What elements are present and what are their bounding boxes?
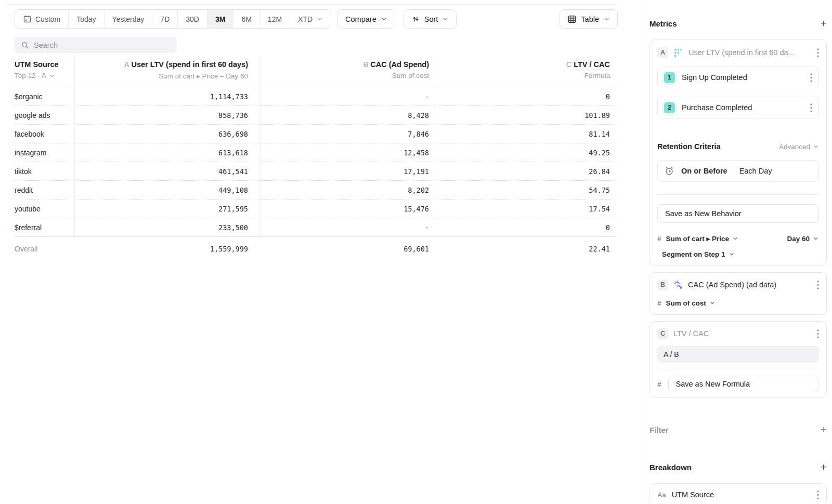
table-row[interactable]: tiktok 461,541 17,191 26.84: [15, 162, 616, 181]
aggregation-label: Sum of cart ▸ Price: [666, 234, 730, 243]
save-as-new-behavior-button[interactable]: Save as New Behavior: [657, 204, 819, 223]
metric-badge-c: C: [657, 328, 668, 339]
funnel-step-1[interactable]: 1 Sign Up Completed: [657, 67, 819, 88]
alarm-clock-icon: [664, 166, 674, 176]
add-filter-button[interactable]: +: [821, 425, 827, 435]
column-subtitle: Sum of cost: [392, 72, 429, 79]
cell-value-a: 613,618: [218, 149, 248, 157]
kebab-menu-icon[interactable]: [817, 281, 819, 289]
cell-value-c: 49.25: [589, 149, 610, 157]
save-as-new-formula-button[interactable]: Save as New Formula: [668, 376, 819, 392]
kebab-menu-icon[interactable]: [817, 48, 819, 57]
retention-window-label[interactable]: Each Day: [739, 167, 772, 175]
table-row[interactable]: youtube 271,595 15,476 17.54: [15, 200, 616, 218]
table-row[interactable]: facebook 636,698 7,846 81.14: [15, 125, 616, 143]
date-range-xtd[interactable]: XTD: [290, 10, 331, 28]
kebab-menu-icon[interactable]: [817, 329, 819, 338]
date-range-6m[interactable]: 6M: [233, 10, 259, 28]
column-subtitle: Formula: [584, 72, 610, 79]
view-type-table-button[interactable]: Table: [560, 9, 618, 29]
table-row[interactable]: instagram 613,618 12,458 49.25: [15, 143, 616, 162]
breakdown-item-card[interactable]: Aa UTM Source: [649, 483, 827, 504]
cell-value-a: 271,595: [218, 205, 248, 213]
search-input[interactable]: [34, 41, 171, 49]
funnel-step-2[interactable]: 2 Purchase Completed: [657, 97, 819, 118]
table-header-col-a[interactable]: AUser LTV (spend in first 60 days) Sum o…: [74, 57, 260, 87]
table-header-utm-source[interactable]: UTM Source Top 12 · A: [15, 57, 74, 87]
date-range-label: Yesterday: [112, 15, 145, 23]
table-row[interactable]: google ads 858,736 8,428 101.89: [15, 106, 616, 125]
compare-button[interactable]: Compare: [337, 9, 395, 29]
chevron-down-icon[interactable]: [49, 73, 55, 79]
cell-value-c: 26.84: [589, 167, 610, 176]
date-range-yesterday[interactable]: Yesterday: [105, 10, 153, 28]
date-range-custom[interactable]: Custom: [15, 10, 69, 28]
cell-value-b: 8,428: [408, 111, 429, 120]
cell-value-b: 8,202: [408, 186, 429, 194]
step-badge: 1: [664, 72, 675, 83]
chevron-down-icon: [813, 143, 819, 150]
date-range-7d[interactable]: 7D: [152, 10, 178, 28]
metric-name-c[interactable]: LTV / CAC: [673, 329, 812, 338]
date-range-30d[interactable]: 30D: [178, 10, 207, 28]
metric-badge-a: A: [657, 47, 668, 58]
formula-input[interactable]: A / B: [657, 346, 819, 363]
date-range-label: 6M: [241, 15, 251, 23]
metric-name-b[interactable]: CAC (Ad Spend) (ad data): [688, 281, 812, 289]
column-key: C: [566, 60, 571, 69]
number-property-icon: #: [657, 299, 661, 307]
row-label: reddit: [15, 186, 74, 194]
table-overall-row: Overall 1,559,999 69,601 22.41: [15, 237, 616, 260]
table-row[interactable]: $referral 233,500 - 0: [15, 218, 616, 237]
kebab-menu-icon[interactable]: [810, 103, 812, 112]
text-property-icon: Aa: [657, 491, 666, 499]
date-range-12m[interactable]: 12M: [260, 10, 290, 28]
date-range-label: 7D: [160, 15, 170, 23]
retention-condition[interactable]: On or Before Each Day: [657, 160, 819, 182]
day-window-dropdown[interactable]: Day 60: [787, 235, 819, 243]
compare-label: Compare: [345, 15, 376, 23]
overall-value-b: 69,601: [260, 245, 436, 253]
aggregation-dropdown-b[interactable]: Sum of cost: [666, 299, 716, 307]
cell-value-c: 0: [606, 223, 610, 232]
table-header-col-c[interactable]: CLTV / CAC Formula: [436, 57, 616, 87]
table-header-col-b[interactable]: BCAC (Ad Spend) Sum of cost: [260, 57, 436, 87]
table-row[interactable]: $organic 1,114,733 - 0: [15, 87, 616, 106]
search-icon: [21, 41, 29, 49]
metric-card-a: A User LTV (spend in first 60 da... 1 Si…: [649, 39, 827, 266]
table-row[interactable]: reddit 449,108 8,202 54.75: [15, 181, 616, 200]
retention-mode-dropdown[interactable]: Advanced: [779, 143, 819, 151]
chevron-down-icon: [442, 16, 449, 22]
column-subtitle: Sum of cart ▸ Price – Day 60: [159, 72, 248, 80]
kebab-menu-icon[interactable]: [817, 490, 819, 499]
retention-mode-label: Advanced: [779, 143, 810, 151]
step-label: Purchase Completed: [682, 103, 803, 112]
add-metric-button[interactable]: +: [821, 18, 827, 29]
column-title: User LTV (spend in first 60 days): [131, 60, 248, 69]
row-label: tiktok: [15, 167, 74, 176]
cell-value-a: 858,736: [218, 111, 248, 120]
breakdown-section-title: Breakdown: [649, 463, 692, 472]
sort-button[interactable]: Sort: [404, 9, 457, 29]
cell-value-b: 17,191: [404, 167, 429, 176]
add-breakdown-button[interactable]: +: [821, 462, 827, 472]
view-type-label: Table: [581, 15, 599, 23]
date-range-3m-active[interactable]: 3M: [207, 10, 233, 28]
metric-name-a[interactable]: User LTV (spend in first 60 da...: [688, 48, 812, 57]
sort-arrows-icon: [411, 15, 420, 23]
aggregation-dropdown-a[interactable]: Sum of cart ▸ Price: [666, 234, 739, 243]
divider: [657, 194, 819, 195]
row-label: youtube: [15, 205, 74, 213]
date-range-today[interactable]: Today: [69, 10, 104, 28]
segment-on-step-dropdown[interactable]: Segment on Step 1: [662, 250, 735, 258]
metric-card-b: B CAC (Ad Spend) (ad data) # Sum of cost: [649, 272, 827, 315]
cell-value-b: 12,458: [404, 149, 429, 157]
chevron-down-icon: [813, 235, 819, 242]
kebab-menu-icon[interactable]: [810, 73, 812, 82]
cell-value-b: 7,846: [408, 130, 429, 138]
breakdown-table: UTM Source Top 12 · A AUser LTV (spend i…: [15, 57, 616, 260]
date-range-label: 30D: [186, 15, 199, 23]
sparkle-cursor-icon: [673, 280, 683, 289]
chevron-down-icon: [709, 300, 716, 306]
cell-value-b: 15,476: [404, 205, 429, 213]
